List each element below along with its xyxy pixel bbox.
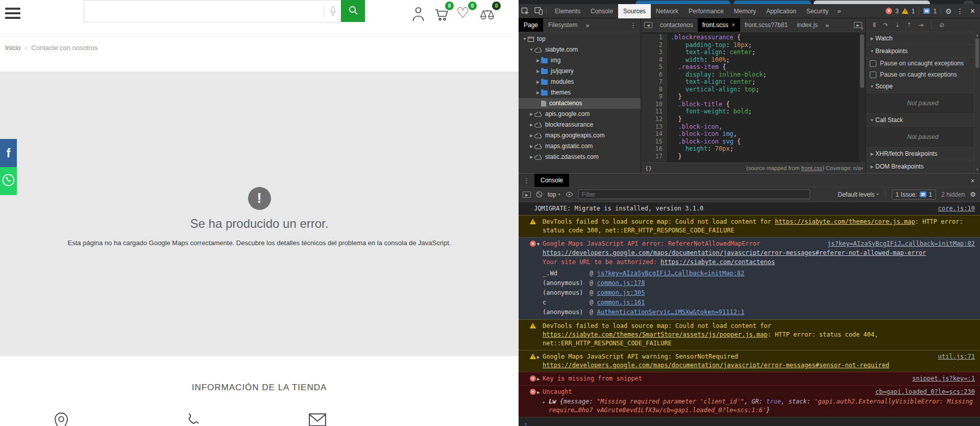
checkbox-row[interactable]: Pause on caught exceptions <box>866 69 980 80</box>
console-prompt[interactable]: › <box>519 417 980 426</box>
console-context-selector[interactable]: top▾ <box>548 191 560 198</box>
file-tree-item[interactable]: ▶img <box>519 55 641 66</box>
console-url-link[interactable]: https://developers.google.com/maps/docum… <box>543 249 926 256</box>
tab-network[interactable]: Network <box>651 4 683 18</box>
more-navigator-tabs-icon[interactable]: » <box>582 21 592 29</box>
console-source-link[interactable]: cb=gapi.loaded_0?le=scs:230 <box>875 388 975 396</box>
tab-console[interactable]: Console <box>585 4 618 18</box>
mic-icon[interactable] <box>324 5 341 18</box>
scroll-up-icon[interactable]: ▴ <box>859 26 865 30</box>
close-tab-icon[interactable]: × <box>731 18 736 32</box>
file-tree-item[interactable]: ▼siabyte.com <box>519 44 641 55</box>
tree-collapsed-arrow-icon[interactable]: ▶ <box>528 130 534 141</box>
stack-location-link[interactable]: AuthenticationServic…iMSXw&token=91112:1 <box>597 309 744 316</box>
issues-counter[interactable]: 1 Issue: 1 <box>892 190 937 200</box>
navigator-menu-icon[interactable]: ⋮ <box>630 21 636 29</box>
tab-elements[interactable]: Elements <box>550 4 585 18</box>
editor-tab-front-scss-7b81[interactable]: front.scss?7b81 <box>740 18 793 32</box>
more-editor-tabs-icon[interactable]: » <box>822 21 832 29</box>
scrollbar-thumb[interactable] <box>975 38 979 68</box>
breadcrumb-home-link[interactable]: Inicio <box>5 44 20 52</box>
section-call-stack[interactable]: ▼Call Stack <box>866 114 980 127</box>
console-source-link[interactable]: snippet.js?key=:1 <box>912 374 975 383</box>
section-watch[interactable]: ▶Watch <box>866 32 980 45</box>
console-url-link[interactable]: https://siabyte.com/themes/SmartStore/as… <box>543 331 768 338</box>
tree-collapsed-arrow-icon[interactable]: ▶ <box>528 120 534 130</box>
section-scope[interactable]: ▼Scope <box>866 80 980 93</box>
expand-arrow-icon[interactable]: ▶ <box>537 353 540 362</box>
warning-badge-icon[interactable]: ! <box>902 8 909 14</box>
scroll-up-icon[interactable]: ▴ <box>974 33 980 37</box>
tree-collapsed-arrow-icon[interactable]: ▶ <box>535 55 541 66</box>
stack-location-link[interactable]: common.js:161 <box>597 299 645 306</box>
tree-collapsed-arrow-icon[interactable]: ▶ <box>528 152 534 162</box>
console-source-link[interactable]: core.js:10 <box>938 204 975 213</box>
line-number-gutter[interactable]: 1234567891011121314151617 <box>641 34 667 162</box>
file-tree-item[interactable]: contactenos <box>519 98 641 109</box>
code-lines[interactable]: .blockreassurance { padding-top: 10px; t… <box>667 34 767 162</box>
tree-collapsed-arrow-icon[interactable]: ▶ <box>535 77 541 87</box>
step-out-icon[interactable]: ⇡ <box>906 21 912 29</box>
wishlist-heart-icon[interactable]: ♡ <box>456 5 470 20</box>
editor-tab-contactenos[interactable]: contactenos <box>655 18 698 32</box>
console-source-link[interactable]: js?key=AIzaSyBcgIFiJ…callback=initMap:82 <box>827 240 975 248</box>
search-input[interactable] <box>84 1 324 22</box>
file-tree-item[interactable]: ▶themes <box>519 87 641 98</box>
file-tree-item[interactable]: ▶js/jquery <box>519 66 641 77</box>
search-button[interactable] <box>341 0 365 22</box>
source-map-link[interactable]: front.css <box>801 165 823 171</box>
console-object[interactable]: ▸Lw {message: "Missing required paramete… <box>543 397 975 415</box>
tree-expanded-arrow-icon[interactable]: ▼ <box>522 34 528 44</box>
hidden-messages-label[interactable]: 2 hidden <box>941 191 965 198</box>
log-levels-selector[interactable]: Default levels▾ <box>838 191 879 198</box>
step-over-icon[interactable]: ↷ <box>883 21 888 29</box>
sidebar-scrollbar[interactable]: ▴ ▾ <box>974 32 980 173</box>
console-url-link[interactable]: https://siabyte.com/themes/core.js.map <box>775 218 915 225</box>
drawer-menu-icon[interactable]: ⋮ <box>519 177 534 184</box>
inspect-element-icon[interactable] <box>519 4 532 18</box>
pretty-print-icon[interactable]: {} <box>645 165 652 172</box>
checkbox[interactable] <box>870 72 876 78</box>
tab-memory[interactable]: Memory <box>729 4 761 18</box>
step-icon[interactable]: ⇥ <box>918 21 923 29</box>
section-xhr-fetch-breakpoints[interactable]: ▶XHR/fetch Breakpoints <box>866 148 980 160</box>
device-toolbar-icon[interactable] <box>532 4 545 18</box>
error-badge-icon[interactable]: × <box>886 8 892 14</box>
console-settings-gear-icon[interactable]: ⚙ <box>970 191 976 198</box>
compare-scales-icon[interactable] <box>479 8 496 23</box>
scroll-down-icon[interactable]: ▾ <box>974 168 980 172</box>
editor-tab-front-scss[interactable]: front.scss× <box>698 18 740 32</box>
stack-location-link[interactable]: common.js:178 <box>597 279 645 287</box>
scrollbar-thumb[interactable] <box>860 34 864 88</box>
editor-scrollbar[interactable]: ▴ ▾ <box>859 32 865 162</box>
console-filter-input[interactable] <box>578 190 810 199</box>
checkbox[interactable] <box>870 60 876 67</box>
file-tree-item[interactable]: ▶modules <box>519 77 641 87</box>
console-source-link[interactable]: util.js:71 <box>938 352 975 361</box>
menu-icon[interactable] <box>5 8 21 21</box>
more-tabs-icon[interactable]: » <box>834 4 844 18</box>
console-drawer-tab[interactable]: Console <box>534 174 569 187</box>
tab-sources[interactable]: Sources <box>618 4 651 18</box>
editor-tab-index-js[interactable]: index.js <box>792 18 822 32</box>
file-tree-item[interactable]: ▶static.zdassets.com <box>519 152 641 162</box>
section-dom-breakpoints[interactable]: ▶DOM Breakpoints <box>866 160 980 173</box>
file-tree-item[interactable]: ▶blockreassurance <box>519 120 641 130</box>
file-tree-item[interactable]: ▶apis.google.com <box>519 109 641 120</box>
expand-arrow-icon[interactable]: ▶ <box>537 388 540 397</box>
close-drawer-icon[interactable]: × <box>970 176 975 185</box>
tab-application[interactable]: Application <box>761 4 801 18</box>
expand-arrow-icon[interactable]: ▸ <box>543 398 545 407</box>
tree-expanded-arrow-icon[interactable]: ▼ <box>528 44 534 55</box>
whatsapp-button[interactable] <box>0 167 17 195</box>
browser-tab[interactable] <box>964 1 974 4</box>
tree-collapsed-arrow-icon[interactable]: ▶ <box>528 141 534 152</box>
navigator-tab-page[interactable]: Page <box>519 18 543 32</box>
expand-arrow-icon[interactable]: ▶ <box>537 375 540 384</box>
account-icon[interactable] <box>411 6 425 23</box>
clear-console-icon[interactable] <box>536 191 543 198</box>
console-sidebar-toggle-icon[interactable]: ▶ <box>523 192 531 198</box>
tree-collapsed-arrow-icon[interactable]: ▶ <box>528 109 534 120</box>
expand-arrow-icon[interactable]: ▼ <box>537 240 540 249</box>
settings-gear-icon[interactable]: ⚙ <box>945 7 952 15</box>
